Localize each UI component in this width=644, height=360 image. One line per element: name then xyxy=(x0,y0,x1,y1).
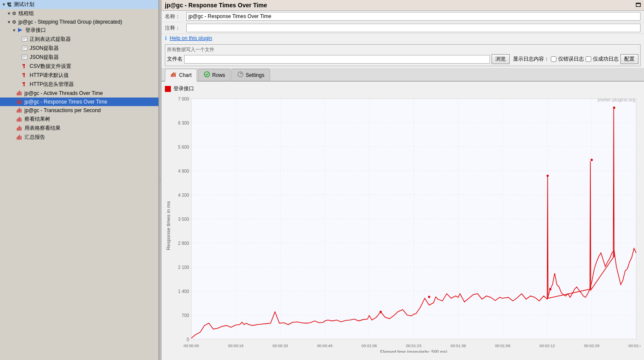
sidebar-item-summary-report[interactable]: 汇总报告 xyxy=(0,133,158,142)
sidebar: ▼🏗测试计划▼⚙线程组▼⚙jp@gc - Stepping Thread Gro… xyxy=(0,0,159,360)
tree-icon-json-extractor1 xyxy=(21,45,27,52)
svg-rect-34 xyxy=(19,126,20,131)
tree-toggle-login-sampler[interactable]: ▼ xyxy=(12,28,16,33)
svg-rect-29 xyxy=(18,118,19,122)
svg-point-98 xyxy=(547,174,549,177)
tree-icon-login-sampler xyxy=(17,27,23,34)
chart-svg: 7 000 6 300 5 600 4 900 4 200 3 500 2 80… xyxy=(165,94,641,353)
comment-label: 注释： xyxy=(165,24,186,32)
tree-icon-thread-group: ⚙ xyxy=(12,11,16,16)
tree-icon-regex-extractor xyxy=(21,36,27,43)
help-row: ℹ Help on this plugin xyxy=(161,34,644,43)
sidebar-item-view-results-tree[interactable]: 察看结果树 xyxy=(0,115,158,124)
svg-rect-19 xyxy=(21,92,21,95)
svg-text:00:00:00: 00:00:00 xyxy=(184,344,199,348)
tree-label-login-sampler: 登录接口 xyxy=(25,27,46,34)
tab-rows[interactable]: Rows xyxy=(198,69,231,81)
tree-icon-active-threads xyxy=(16,90,22,97)
error-log-checkbox[interactable] xyxy=(551,56,556,62)
svg-point-97 xyxy=(549,288,551,290)
svg-rect-31 xyxy=(21,118,21,122)
svg-rect-26 xyxy=(19,108,20,113)
svg-point-96 xyxy=(428,296,430,298)
svg-text:00:01:39: 00:01:39 xyxy=(450,344,466,348)
svg-text:2 100: 2 100 xyxy=(178,265,189,269)
sidebar-item-json-extractor2[interactable]: JSON提取器 xyxy=(0,53,158,62)
svg-rect-33 xyxy=(18,127,19,131)
svg-text:00:02:12: 00:02:12 xyxy=(540,344,555,348)
name-input[interactable] xyxy=(186,12,641,21)
name-label: 名称： xyxy=(165,13,186,20)
svg-text:6 300: 6 300 xyxy=(178,121,189,125)
sidebar-item-transactions[interactable]: jp@gc - Transactions per Second xyxy=(0,106,158,115)
tab-settings[interactable]: Settings xyxy=(231,69,270,81)
info-icon: ℹ xyxy=(165,35,167,41)
success-log-checkbox[interactable] xyxy=(586,56,591,62)
tree-label-active-threads: jp@gc - Active Threads Over Time xyxy=(24,90,103,96)
svg-rect-16 xyxy=(17,93,18,95)
tree-icon-summary-report xyxy=(16,134,22,141)
svg-point-47 xyxy=(241,73,242,74)
sidebar-item-json-extractor1[interactable]: JSON提取器 xyxy=(0,44,158,53)
tab-icon-chart xyxy=(170,71,177,79)
tree-icon-stepping-thread: ⚙ xyxy=(12,19,16,25)
svg-text:0: 0 xyxy=(187,337,189,342)
sidebar-item-stepping-thread[interactable]: ▼⚙jp@gc - Stepping Thread Group (depreca… xyxy=(0,18,158,26)
sidebar-item-http-headers[interactable]: HTTP信息头管理器 xyxy=(0,80,158,89)
svg-rect-25 xyxy=(18,109,19,113)
sidebar-item-regex-extractor[interactable]: 正则表达式提取器 xyxy=(0,35,158,44)
svg-rect-23 xyxy=(21,101,21,104)
svg-text:4 200: 4 200 xyxy=(178,193,189,198)
svg-rect-4 xyxy=(22,46,27,50)
maximize-icon[interactable]: 🗖 xyxy=(635,2,641,8)
tree-toggle-thread-group[interactable]: ▼ xyxy=(7,11,11,16)
svg-text:700: 700 xyxy=(182,313,189,317)
tree-label-view-results-table: 用表格察看结果 xyxy=(24,125,61,132)
legend-color-box xyxy=(165,86,171,92)
browse-button[interactable]: 浏览 xyxy=(492,54,510,64)
tree-icon-json-extractor2 xyxy=(21,54,27,61)
sidebar-item-login-sampler[interactable]: ▼登录接口 xyxy=(0,26,158,35)
log-display-label: 显示日志内容： xyxy=(513,55,549,63)
tree-label-summary-report: 汇总报告 xyxy=(24,134,45,141)
tree-icon-test-plan: 🏗 xyxy=(7,2,12,7)
sidebar-item-csv-data[interactable]: CSV数据文件设置 xyxy=(0,62,158,71)
tree-toggle-test-plan[interactable]: ▼ xyxy=(2,2,6,7)
sidebar-item-active-threads[interactable]: jp@gc - Active Threads Over Time xyxy=(0,89,158,98)
svg-text:Elapsed time (granularity: 500: Elapsed time (granularity: 500 ms) xyxy=(380,350,447,353)
comment-input[interactable] xyxy=(186,24,641,32)
tree-label-csv-data: CSV数据文件设置 xyxy=(30,63,71,70)
config-button[interactable]: 配置 xyxy=(620,54,638,64)
sidebar-item-response-times[interactable]: jp@gc - Response Times Over Time xyxy=(0,98,158,106)
svg-marker-0 xyxy=(18,28,22,32)
main-panel: jp@gc - Response Times Over Time 🗖 名称： 注… xyxy=(161,0,644,360)
sidebar-item-test-plan[interactable]: ▼🏗测试计划 xyxy=(0,0,158,9)
tree-label-stepping-thread: jp@gc - Stepping Thread Group (deprecate… xyxy=(18,19,122,25)
error-log-label: 仅错误日志 xyxy=(558,55,584,63)
tree-icon-transactions xyxy=(16,107,22,114)
tree-label-http-defaults: HTTP请求默认值 xyxy=(30,72,69,79)
tree-toggle-stepping-thread[interactable]: ▼ xyxy=(7,20,11,24)
svg-text:00:00:49: 00:00:49 xyxy=(317,344,332,348)
svg-rect-22 xyxy=(19,99,20,104)
help-link[interactable]: Help on this plugin xyxy=(170,35,212,41)
svg-point-99 xyxy=(591,159,593,161)
tab-chart[interactable]: Chart xyxy=(165,69,197,82)
svg-text:00:00:16: 00:00:16 xyxy=(228,344,243,348)
file-group-title: 所有数据写入一个文件 xyxy=(167,46,638,53)
tree-label-regex-extractor: 正则表达式提取器 xyxy=(30,36,71,43)
file-input[interactable] xyxy=(184,55,490,64)
svg-rect-28 xyxy=(17,119,18,122)
tree-icon-http-headers xyxy=(21,81,27,88)
sidebar-item-view-results-table[interactable]: 用表格察看结果 xyxy=(0,124,158,133)
svg-rect-27 xyxy=(21,109,21,113)
svg-rect-1 xyxy=(22,37,27,41)
legend-label: 登录接口 xyxy=(173,85,194,92)
chart-legend: 登录接口 xyxy=(165,85,641,92)
sidebar-item-http-defaults[interactable]: HTTP请求默认值 xyxy=(0,71,158,80)
sidebar-item-thread-group[interactable]: ▼⚙线程组 xyxy=(0,9,158,18)
svg-rect-39 xyxy=(21,136,21,140)
tree-label-transactions: jp@gc - Transactions per Second xyxy=(24,107,101,113)
chart-container: 登录接口 jmeter-plugins.org xyxy=(161,82,644,360)
tab-icon-rows xyxy=(204,71,210,79)
